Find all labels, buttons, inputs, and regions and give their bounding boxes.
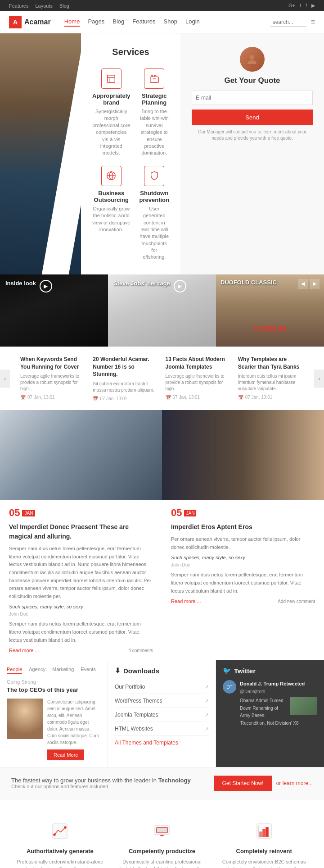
blog-featured-quote-right: Such spaces, many style, so sexy: [171, 555, 315, 560]
blog-featured: 05 JAN Vel Imperdiet Donec Praesent Thes…: [0, 410, 324, 660]
nav-links: Home Pages Blog Features Shop Login: [64, 18, 270, 27]
search-input[interactable]: [270, 18, 306, 27]
people-tab-people[interactable]: People: [7, 667, 22, 674]
feature-prev-arrow[interactable]: ◀: [298, 279, 308, 289]
quote-send-button[interactable]: Send: [192, 110, 313, 125]
nav-pages[interactable]: Pages: [88, 18, 104, 27]
blog-img-woman: [162, 410, 324, 500]
feature-chart-icon: [49, 820, 71, 842]
feature-circle-btn-2[interactable]: ▶: [174, 280, 186, 292]
blog-featured-title-left: Vel Imperdiet Donec Praesent These are m…: [9, 522, 153, 541]
blog-prev-arrow[interactable]: ‹: [0, 370, 10, 388]
logo-icon: A: [9, 16, 22, 28]
download-item-2[interactable]: WordPress Themes ↗: [115, 694, 209, 708]
svg-point-10: [64, 827, 66, 828]
blog-next-arrow[interactable]: ›: [314, 370, 324, 388]
download-all[interactable]: All Themes and Templates: [115, 736, 209, 749]
feature-steve-jobs[interactable]: Steve Jobs' heritage ▶: [108, 274, 216, 347]
blog-comments-right[interactable]: Add new comment: [278, 599, 315, 604]
quote-avatar: [240, 47, 265, 72]
people-tab-events[interactable]: Events: [81, 667, 96, 674]
topbar-layouts-link[interactable]: Layouts: [35, 3, 53, 9]
people-panel: People Agency Marketing Events Going Str…: [0, 660, 108, 767]
download-item-4[interactable]: HTML Websites ↗: [115, 722, 209, 736]
quote-email-input[interactable]: [192, 91, 313, 105]
download-item-1[interactable]: Our Portfolio ↗: [115, 680, 209, 694]
people-tab-agency[interactable]: Agency: [29, 667, 45, 674]
nav-features[interactable]: Features: [132, 18, 155, 27]
blog-month-right: jan: [184, 510, 196, 516]
download-item-3[interactable]: Joomla Templates ↗: [115, 708, 209, 722]
people-heading-text: The top CEOs of this year: [7, 686, 78, 693]
blog-post-title-3: 13 Facts About Modern Joomla Templates: [166, 356, 231, 371]
download-link-1[interactable]: Our Portfolio: [115, 684, 145, 690]
blog-post-date-3: 📅 07 Jan, 13:01: [166, 395, 231, 400]
nav-blog[interactable]: Blog: [112, 18, 124, 27]
topbar-features-link[interactable]: Features: [9, 3, 28, 9]
services-panel: Services Appropriately brand Synergistic…: [81, 33, 180, 274]
calendar-icon-3: 📅: [166, 395, 171, 400]
download-icon: ⬇: [115, 667, 121, 675]
feature-circle-btn-1[interactable]: ▶: [40, 280, 52, 292]
blog-read-more-left[interactable]: Read more ...: [9, 648, 39, 653]
blog-comments-left[interactable]: 4 comments: [129, 648, 153, 653]
service-outsourcing-name: Business Outsourcing: [92, 190, 130, 203]
download-link-2[interactable]: WordPress Themes: [115, 698, 162, 704]
tweet-user-1: Donald J. Trump Retweeted: [240, 681, 305, 686]
topbar-blog-link[interactable]: Blog: [59, 3, 69, 9]
tweet-photo-1: [290, 697, 317, 715]
download-link-4[interactable]: HTML Websites: [115, 726, 153, 732]
feature-next-arrow[interactable]: ▶: [310, 279, 320, 289]
service-shutdown: Shutdown prevention User generated conte…: [140, 166, 169, 261]
people-tab-marketing[interactable]: Marketing: [52, 667, 74, 674]
download-all-link[interactable]: All Themes and Templates: [115, 740, 178, 746]
tweet-handle-1: @ivanajtroth: [240, 689, 265, 694]
service-planning-name: Strategic Planning: [140, 92, 169, 106]
feature-label-3: DUOFOLD CLASSIC: [220, 279, 277, 286]
nav-login[interactable]: Login: [185, 18, 200, 27]
tweet-avatar-1: DT: [223, 680, 236, 694]
cta-banner: The fastest way to grow your business wi…: [0, 767, 324, 799]
blog-post-date-1: 📅 07 Jan, 13:01: [20, 395, 86, 400]
quote-panel: Get Your Quote Send Our Manager will con…: [180, 33, 324, 274]
feature-desc-3: Completely envisioneer B2C schemas vis-à…: [220, 858, 308, 868]
main-nav: A Acamar Home Pages Blog Features Shop L…: [0, 11, 324, 33]
social-twitter-icon[interactable]: t: [300, 3, 301, 9]
nav-home[interactable]: Home: [64, 18, 80, 27]
services-title: Services: [92, 47, 169, 57]
twitter-title: 🐦 Twitter: [223, 667, 317, 675]
top-bar-links: Features Layouts Blog: [9, 3, 69, 9]
service-brand-icon: [101, 69, 122, 89]
social-facebook-icon[interactable]: f: [306, 3, 307, 9]
feature-completely: Completely reinvent Completely envisione…: [213, 813, 315, 868]
blog-featured-text2-left: Semper nam duis netus lorem pellentesque…: [9, 620, 153, 644]
cta-right: Get Started Now! or learn more...: [214, 776, 313, 791]
nav-right: ≡: [270, 18, 315, 27]
cta-learn-more-link[interactable]: or learn more...: [276, 780, 313, 786]
cta-get-started-button[interactable]: Get Started Now!: [214, 776, 272, 791]
blog-featured-author-right: John Doe: [171, 562, 315, 567]
feature-title-2: Competently productize: [118, 848, 207, 854]
feature-price: $ 2395.99: [254, 325, 286, 333]
social-gplus-icon[interactable]: G+: [288, 3, 295, 9]
logo[interactable]: A Acamar: [9, 16, 51, 28]
hamburger-icon[interactable]: ≡: [311, 18, 315, 26]
features-icons-row1: Authoritatively generate Professionally …: [0, 799, 324, 868]
download-link-3[interactable]: Joomla Templates: [115, 712, 158, 718]
feature-duofold[interactable]: DUOFOLD CLASSIC ◀ ▶ $ 2395.99: [216, 274, 324, 347]
people-read-more-button[interactable]: Read More: [47, 749, 84, 760]
tweet-text-1: Obama Admin Tumed Down Renaming of Army …: [240, 698, 299, 726]
cta-main-text: The fastest way to grow your business wi…: [11, 777, 191, 784]
services-quote-section: Services Appropriately brand Synergistic…: [0, 33, 324, 274]
blog-post-1: When Keywords Send You Running for Cover…: [20, 356, 86, 401]
blog-day-right: 05: [171, 507, 182, 519]
feature-inside-look[interactable]: Inside look ▶: [0, 274, 108, 347]
social-youtube-icon[interactable]: ▶: [311, 3, 315, 9]
feature-overlay-1: Inside look ▶: [0, 274, 108, 347]
blog-post-title-2: 20 Wonderful Acamar. Number 16 is so Stu…: [93, 356, 158, 378]
service-planning-icon: [144, 69, 164, 89]
nav-shop[interactable]: Shop: [164, 18, 177, 27]
blog-featured-text2-right: Semper nam duis netus lorem pellentesque…: [171, 571, 315, 595]
blog-post-excerpt-4: Interdum quis tellus mi ipsum interdum f…: [238, 373, 304, 392]
blog-read-more-right[interactable]: Read more ...: [171, 598, 201, 604]
